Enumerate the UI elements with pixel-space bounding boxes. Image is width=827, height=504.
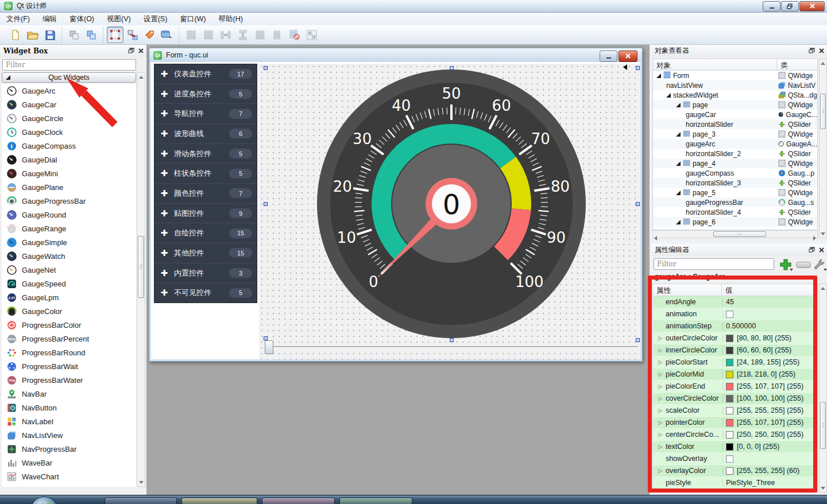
object-tree-row-page_5[interactable]: page_5QWidge (653, 188, 817, 197)
scrollbar-thumb[interactable] (820, 94, 826, 129)
nav-item-其他控件[interactable]: ✚其他控件15 (154, 243, 257, 263)
widget-filter-input[interactable] (2, 59, 136, 71)
break-layout-icon[interactable] (286, 26, 303, 43)
widget-item-gaugewatch[interactable]: GaugeWatch (2, 249, 136, 263)
bring-to-front-icon[interactable] (83, 26, 99, 43)
widget-item-navprogressbar[interactable]: NavProgressBar (2, 442, 136, 456)
widget-item-progressbarround[interactable]: ProgressBarRound (2, 346, 136, 359)
restore-button[interactable] (781, 1, 799, 11)
object-tree-row-horizontalSlider_3[interactable]: horizontalSlider_3QSlider (653, 178, 817, 188)
widget-item-navbar[interactable]: NavBar (2, 387, 136, 401)
menu-item-2[interactable]: 编辑 (36, 13, 63, 26)
open-form-icon[interactable] (24, 26, 41, 43)
form-close-button[interactable] (619, 51, 637, 62)
expander-icon[interactable] (676, 220, 681, 224)
widget-item-wavechart[interactable]: WaveChart (2, 470, 136, 483)
object-tree-row-horizontalSlider_2[interactable]: horizontalSlider_2QSlider (653, 149, 817, 158)
selection-handle[interactable] (264, 336, 268, 340)
layout-form-icon[interactable] (269, 26, 285, 43)
scroll-up-icon[interactable] (820, 284, 826, 292)
nav-item-自绘控件[interactable]: ✚自绘控件15 (154, 223, 257, 243)
expander-icon[interactable] (676, 103, 681, 107)
scroll-right-icon[interactable] (813, 232, 816, 243)
layout-vertical-icon[interactable] (200, 26, 217, 43)
layout-horizontal-icon[interactable] (183, 26, 199, 43)
selection-handle[interactable] (450, 338, 454, 342)
object-tree-row-gaugeArc[interactable]: gaugeArcGaugeA... (653, 139, 817, 149)
nav-item-内置控件[interactable]: ✚内置控件3 (154, 263, 257, 283)
widget-item-progressbarpercent[interactable]: 60%ProgressBarPercent (2, 332, 136, 346)
widget-item-gaugeplane[interactable]: GaugePlane (2, 180, 136, 194)
widget-item-gaugemini[interactable]: GaugeMini (2, 166, 136, 180)
nav-item-仪表盘控件[interactable]: ✚仪表盘控件17 (154, 64, 257, 84)
remove-dynamic-property-button[interactable] (796, 262, 811, 268)
nav-item-进度条控件[interactable]: ✚进度条控件5 (154, 84, 257, 104)
inspector-hscrollbar[interactable] (652, 230, 818, 238)
float-panel-icon[interactable] (127, 46, 135, 55)
object-tree-row-page_3[interactable]: page_3QWidge (653, 129, 817, 139)
widget-item-gaugerange[interactable]: GaugeRange (2, 222, 136, 235)
scrollbar-thumb[interactable] (820, 402, 826, 449)
widget-item-gaugeround[interactable]: GaugeRound (2, 208, 136, 222)
expander-icon[interactable] (656, 73, 661, 78)
slider-handle[interactable] (265, 340, 273, 354)
inspector-column-object[interactable]: 对象 (653, 59, 777, 70)
object-tree-row-gaugeCar[interactable]: gaugeCarGaugeC... (653, 110, 817, 119)
object-tree-row-page[interactable]: pageQWidge (653, 100, 817, 110)
property-filter-input[interactable] (654, 258, 774, 270)
scrollbar-thumb[interactable] (138, 236, 144, 298)
object-tree-row-page_6[interactable]: page_6QWidge (653, 217, 817, 227)
object-tree-row-gaugeCompass[interactable]: gaugeCompassGaug...p (653, 168, 817, 178)
menu-item-6[interactable]: 窗口(W) (173, 13, 212, 26)
object-tree-row-horizontalSlider[interactable]: horizontalSliderQSlider (653, 119, 817, 129)
expander-icon[interactable] (676, 191, 681, 195)
widget-item-gaugespeed[interactable]: GaugeSpeed (2, 277, 136, 290)
new-form-icon[interactable] (7, 26, 24, 43)
nav-item-波形曲线[interactable]: ✚波形曲线6 (154, 123, 257, 144)
taskbar-app-2[interactable] (181, 498, 257, 504)
vertical-splitter-icon[interactable] (234, 26, 251, 43)
nav-item-柱状条控件[interactable]: ✚柱状条控件5 (154, 163, 257, 183)
widget-item-gaugesimple[interactable]: GaugeSimple (2, 235, 136, 249)
widget-item-gaugenet[interactable]: GaugeNet (2, 263, 136, 277)
widget-item-navlabel[interactable]: NavLabel (2, 414, 136, 428)
object-tree-row-page_4[interactable]: page_4QWidge (653, 158, 817, 168)
horizontal-splitter-icon[interactable] (217, 26, 234, 43)
widget-item-gaugecircle[interactable]: GaugeCircle (2, 111, 136, 125)
object-tree-row-navListView[interactable]: navListViewNavListV (653, 80, 817, 90)
menu-item-3[interactable]: 窗体(O) (63, 13, 101, 26)
configure-property-editor-button[interactable] (813, 258, 826, 272)
gauge-arc-widget[interactable]: 01020304050607080901000 (316, 69, 586, 339)
taskbar-app-3[interactable] (262, 498, 335, 504)
adjust-size-icon[interactable] (303, 26, 320, 43)
send-to-back-icon[interactable] (65, 26, 82, 43)
float-panel-icon[interactable] (807, 46, 816, 55)
close-panel-icon[interactable] (817, 246, 825, 254)
widget-item-gaugelpm[interactable]: 2.27GaugeLpm (2, 290, 136, 304)
scroll-down-icon[interactable] (820, 484, 826, 492)
nav-item-滑动条控件[interactable]: ✚滑动条控件5 (154, 144, 257, 164)
menu-item-4[interactable]: 视图(V) (101, 13, 137, 26)
menu-item-7[interactable]: 帮助(H) (212, 13, 249, 26)
start-button[interactable] (30, 497, 58, 504)
menu-item-5[interactable]: 设置(S) (137, 13, 174, 26)
close-button[interactable] (799, 1, 825, 11)
layout-grid-icon[interactable] (252, 26, 268, 43)
scroll-up-icon[interactable] (820, 59, 826, 67)
taskbar-app-1[interactable] (105, 498, 177, 504)
nav-item-贴图控件[interactable]: ✚贴图控件9 (154, 203, 257, 223)
widget-item-gaugedial[interactable]: GaugeDial (2, 153, 136, 166)
object-tree-row-gaugeProgressBar[interactable]: gaugeProgressBarGaug...s (653, 197, 817, 207)
widget-item-navbutton[interactable]: NavButton (2, 401, 136, 414)
edit-signals-slots-icon[interactable] (124, 26, 141, 43)
object-tree-row-horizontalSlider_4[interactable]: horizontalSlider_4QSlider (653, 207, 817, 217)
widget-category-header[interactable]: Quc Widgets (2, 72, 136, 83)
horizontal-slider[interactable] (266, 346, 638, 349)
object-tree-row-Form[interactable]: FormQWidge (653, 71, 817, 80)
scroll-left-icon[interactable] (654, 232, 657, 243)
designer-grid-canvas[interactable]: 01020304050607080901000 (259, 64, 640, 359)
float-panel-icon[interactable] (807, 246, 816, 254)
edit-buddies-icon[interactable] (141, 26, 158, 43)
nav-item-颜色控件[interactable]: ✚颜色控件7 (154, 183, 257, 203)
widget-item-gaugecolor[interactable]: GaugeColor (2, 304, 136, 318)
